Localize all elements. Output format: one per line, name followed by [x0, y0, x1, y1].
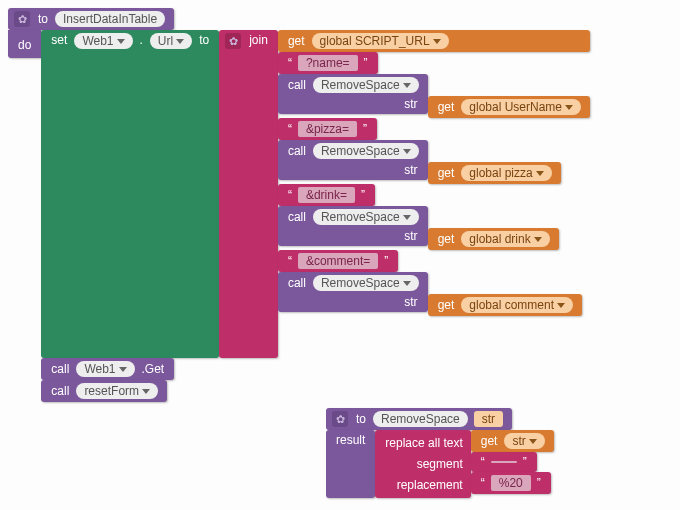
replace-label: replace all text [381, 436, 466, 450]
get-str[interactable]: get str [471, 430, 554, 452]
proc-header[interactable]: ✿ to InsertDataInTable [8, 8, 174, 30]
join-block-wrap: ✿ join get global SCRIPT_URL “?name=” [219, 30, 590, 358]
literal-name[interactable]: ?name= [298, 55, 358, 71]
get-drink[interactable]: get global drink [428, 228, 559, 250]
call-label: call [47, 362, 73, 376]
result-gutter: result [326, 430, 375, 498]
resetform-dropdown[interactable]: resetForm [76, 383, 158, 399]
call-removespace-comment[interactable]: call RemoveSpace str [278, 272, 428, 312]
call-label: call [284, 276, 310, 290]
text-comment[interactable]: “&comment=” [278, 250, 398, 272]
set-web1-url[interactable]: set Web1 . Url to [41, 30, 219, 358]
dot: . [136, 33, 147, 47]
replace-args: get str “ ” “%20” [471, 430, 554, 494]
call-removespace-name[interactable]: call RemoveSpace str [278, 74, 428, 114]
var-script-url[interactable]: global SCRIPT_URL [312, 33, 449, 49]
call-web1-get[interactable]: call Web1 .Get [41, 358, 174, 380]
get-label: get [434, 166, 459, 180]
call-removespace-drink[interactable]: call RemoveSpace str [278, 206, 428, 246]
enc-val[interactable]: %20 [491, 475, 531, 491]
var-drink[interactable]: global drink [461, 231, 549, 247]
proc2-param[interactable]: str [474, 411, 503, 427]
do-body: set Web1 . Url to ✿ join [41, 30, 590, 402]
get-label: get [434, 232, 459, 246]
get-pizza[interactable]: get global pizza [428, 162, 561, 184]
gear-icon[interactable]: ✿ [332, 411, 348, 427]
join-block[interactable]: ✿ join [219, 30, 278, 358]
var-pizza[interactable]: global pizza [461, 165, 551, 181]
set-label: set [47, 33, 71, 47]
get-label: get [477, 434, 502, 448]
to-label: to [195, 33, 213, 47]
text-name[interactable]: “?name=” [278, 52, 378, 74]
get-script-url[interactable]: get global SCRIPT_URL [278, 30, 590, 52]
get-label: get [434, 298, 459, 312]
var-comment[interactable]: global comment [461, 297, 573, 313]
proc2-name[interactable]: RemoveSpace [373, 411, 468, 427]
get-username[interactable]: get global UserName [428, 96, 590, 118]
result-label: result [332, 433, 369, 447]
call-removespace-pizza[interactable]: call RemoveSpace str [278, 140, 428, 180]
str-label: str [400, 97, 421, 111]
get-method: .Get [138, 362, 169, 376]
call-label: call [284, 78, 310, 92]
web1-dropdown[interactable]: Web1 [74, 33, 132, 49]
proc-to-label: to [34, 12, 52, 26]
call-resetform[interactable]: call resetForm [41, 380, 167, 402]
join-items: get global SCRIPT_URL “?name=” call [278, 30, 590, 316]
replace-all-text[interactable]: replace all text segment replacement [375, 430, 470, 498]
call-label: call [284, 210, 310, 224]
space-val[interactable] [491, 461, 517, 463]
web1-dropdown[interactable]: Web1 [76, 361, 134, 377]
proc2-header[interactable]: ✿ to RemoveSpace str [326, 408, 512, 430]
join-label: join [245, 33, 272, 47]
literal-drink[interactable]: &drink= [298, 187, 355, 203]
text-pizza[interactable]: “&pizza=” [278, 118, 377, 140]
procedure-removespace: ✿ to RemoveSpace str result replace all … [326, 408, 672, 498]
gear-icon[interactable]: ✿ [14, 11, 30, 27]
var-username[interactable]: global UserName [461, 99, 581, 115]
proc-dropdown[interactable]: RemoveSpace [313, 77, 419, 93]
do-label: do [14, 36, 35, 52]
procedure-insertdata: ✿ to InsertDataInTable do set Web1 . Url… [8, 8, 672, 402]
proc-dropdown[interactable]: RemoveSpace [313, 143, 419, 159]
literal-pct20[interactable]: “%20” [471, 472, 551, 494]
literal-comment[interactable]: &comment= [298, 253, 378, 269]
replacement-label: replacement [393, 478, 467, 492]
str-label: str [400, 295, 421, 309]
var-str[interactable]: str [504, 433, 544, 449]
str-label: str [400, 163, 421, 177]
call-label: call [284, 144, 310, 158]
call-label: call [47, 384, 73, 398]
segment-label: segment [413, 457, 467, 471]
get-label: get [284, 34, 309, 48]
proc-name[interactable]: InsertDataInTable [55, 11, 165, 27]
gear-icon[interactable]: ✿ [225, 33, 241, 49]
proc-dropdown[interactable]: RemoveSpace [313, 209, 419, 225]
text-drink[interactable]: “&drink=” [278, 184, 375, 206]
proc-to-label: to [352, 412, 370, 426]
get-comment[interactable]: get global comment [428, 294, 582, 316]
literal-pizza[interactable]: &pizza= [298, 121, 357, 137]
str-label: str [400, 229, 421, 243]
url-dropdown[interactable]: Url [150, 33, 192, 49]
proc-dropdown[interactable]: RemoveSpace [313, 275, 419, 291]
proc-do-gutter: do [8, 30, 41, 58]
get-label: get [434, 100, 459, 114]
literal-space[interactable]: “ ” [471, 452, 537, 472]
replace-block-wrap: replace all text segment replacement get… [375, 430, 553, 498]
